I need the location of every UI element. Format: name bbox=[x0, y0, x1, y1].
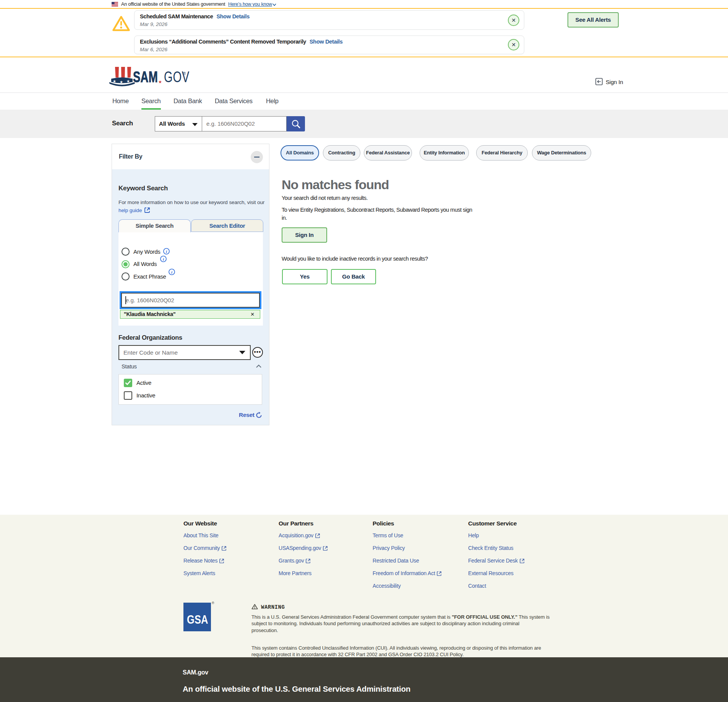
svg-text:i: i bbox=[163, 257, 164, 261]
svg-text:SAM: SAM bbox=[133, 68, 158, 85]
svg-text:®: ® bbox=[183, 71, 186, 76]
svg-text:★: ★ bbox=[113, 79, 116, 83]
svg-text:GOV: GOV bbox=[164, 68, 190, 85]
svg-text:★: ★ bbox=[158, 79, 162, 84]
svg-text:i: i bbox=[171, 270, 173, 274]
svg-text:i: i bbox=[166, 249, 167, 254]
svg-text:★: ★ bbox=[120, 80, 123, 84]
svg-text:★: ★ bbox=[126, 79, 130, 83]
